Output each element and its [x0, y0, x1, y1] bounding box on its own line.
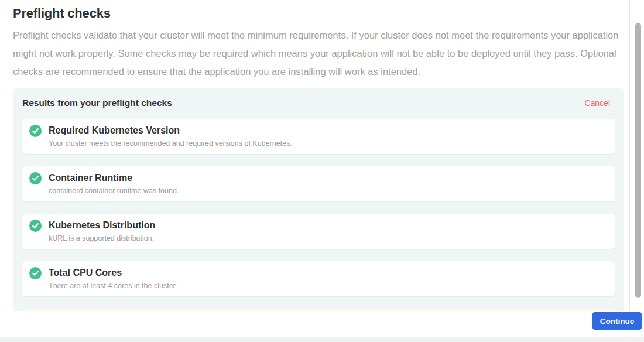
panel-title: Results from your preflight checks — [22, 98, 172, 108]
bottom-strip — [0, 337, 644, 342]
check-message: Your cluster meets the recommended and r… — [49, 139, 292, 148]
check-list: Required Kubernetes Version Your cluster… — [22, 119, 615, 311]
check-message: kURL is a supported distribution. — [49, 234, 155, 243]
check-text: Container Runtime containerd container r… — [49, 172, 179, 196]
preflight-scroll-region: Preflight checks Preflight checks valida… — [0, 0, 630, 311]
preflight-content: Preflight checks Preflight checks valida… — [0, 0, 629, 311]
check-circle-icon — [29, 125, 42, 137]
continue-button[interactable]: Continue — [592, 312, 642, 330]
panel-header: Results from your preflight checks Cance… — [22, 97, 615, 108]
preflight-check-row: Total CPU Cores There are at least 4 cor… — [22, 261, 615, 296]
vertical-scrollbar-thumb[interactable] — [635, 23, 641, 298]
check-circle-icon — [29, 220, 42, 232]
check-title: Container Runtime — [49, 172, 179, 184]
footer-bar: Continue — [0, 311, 644, 337]
cancel-button[interactable]: Cancel — [584, 98, 610, 108]
check-text: Kubernetes Distribution kURL is a suppor… — [49, 219, 155, 243]
check-title: Kubernetes Distribution — [49, 219, 155, 231]
page-description: Preflight checks validate that your clus… — [13, 26, 619, 81]
preflight-check-row: Container Runtime containerd container r… — [22, 166, 615, 201]
check-title: Total CPU Cores — [49, 266, 177, 279]
check-title: Required Kubernetes Version — [49, 124, 292, 136]
page-title: Preflight checks — [13, 6, 629, 21]
check-message: containerd container runtime was found. — [49, 187, 179, 196]
preflight-check-row: Kubernetes Distribution kURL is a suppor… — [22, 214, 615, 249]
check-circle-icon — [29, 267, 42, 279]
check-text: Required Kubernetes Version Your cluster… — [49, 124, 292, 148]
check-circle-icon — [29, 172, 42, 184]
preflight-check-row: Required Kubernetes Version Your cluster… — [22, 119, 615, 154]
check-text: Total CPU Cores There are at least 4 cor… — [49, 266, 177, 290]
preflight-results-panel: Results from your preflight checks Cance… — [13, 88, 624, 311]
check-message: There are at least 4 cores in the cluste… — [49, 282, 177, 290]
